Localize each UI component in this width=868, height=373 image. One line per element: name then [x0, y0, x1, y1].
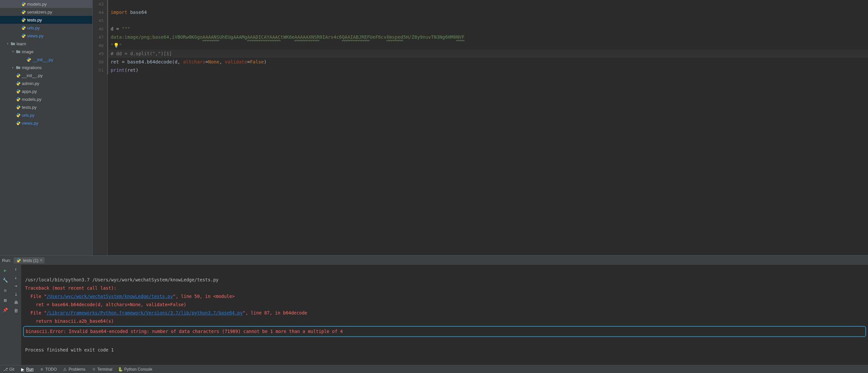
code-editor[interactable]: 434445464748495051 import base64 d = """…	[93, 0, 868, 255]
code-line[interactable]: "💡"	[107, 41, 868, 50]
tree-item-label: apps.py	[22, 89, 37, 94]
svg-point-7	[24, 29, 24, 29]
bottom-tool-bar: ⎇Git▶Run≡TODO⚠Problems⌑Terminal🐍Python C…	[0, 365, 868, 373]
tree-item-models-py[interactable]: models.py	[0, 95, 92, 103]
main-area: models.pyserializers.pytests.pyurls.pyvi…	[0, 0, 868, 255]
error-line: binascii.Error: Invalid base64-encoded s…	[26, 329, 343, 334]
code-line[interactable]: print(ret)	[107, 66, 868, 74]
tree-item-label: __init__.py	[22, 73, 43, 78]
code-line[interactable]	[107, 17, 868, 25]
chevron-down-icon[interactable]	[10, 50, 15, 53]
error-highlight-box: binascii.Error: Invalid base64-encoded s…	[23, 326, 866, 337]
toolwindow-problems[interactable]: ⚠Problems	[63, 367, 86, 372]
console-cmd: /usr/local/bin/python3.7 /Users/wyc/work…	[25, 277, 218, 282]
tree-item-label: urls.py	[22, 113, 34, 118]
run-toolbar-left: ▶ 🔧 ■ ▤ 📌	[0, 265, 10, 365]
code-line[interactable]: # dd = d.split(",")[1]	[107, 50, 868, 58]
tree-item-learn[interactable]: learn	[0, 40, 92, 48]
python-file-icon	[16, 258, 22, 262]
svg-point-3	[24, 13, 24, 13]
close-icon[interactable]: ✕	[40, 258, 43, 262]
toolwindow-python-console[interactable]: 🐍Python Console	[118, 367, 152, 372]
code-line[interactable]: data:image/png;base64,iVBORw0KGgoAAAANSU…	[107, 33, 868, 41]
python-file-icon	[21, 26, 26, 30]
wrench-icon[interactable]: 🔧	[2, 277, 9, 283]
soft-wrap-icon[interactable]: ⇥	[14, 283, 17, 288]
chevron-down-icon[interactable]	[5, 42, 10, 45]
play-icon: ▶	[20, 367, 25, 372]
svg-point-25	[19, 124, 19, 125]
tree-item-tests-py[interactable]: tests.py	[0, 103, 92, 111]
tree-item-label: models.py	[27, 2, 46, 7]
console-output[interactable]: /usr/local/bin/python3.7 /Users/wyc/work…	[21, 265, 868, 365]
tree-item-label: models.py	[22, 97, 41, 102]
trash-icon[interactable]: 🗑	[14, 308, 18, 313]
folder-icon	[15, 65, 21, 70]
run-tab[interactable]: tests (1) ✕	[13, 257, 44, 263]
tree-item-views-py[interactable]: views.py	[0, 32, 92, 40]
code-line[interactable]: ret = base64.b64decode(d, altchars=None,…	[107, 58, 868, 66]
code-line[interactable]	[107, 0, 868, 8]
toolwindow-label: Problems	[69, 367, 86, 372]
svg-point-16	[18, 90, 18, 90]
tree-item-apps-py[interactable]: apps.py	[0, 87, 92, 95]
svg-point-13	[19, 77, 19, 77]
traceback-link-1[interactable]: /Users/wyc/work/wechatSystem/knowLedge/t…	[46, 293, 173, 299]
svg-point-0	[23, 2, 23, 3]
rerun-button[interactable]: ▶	[2, 267, 9, 274]
python-file-icon	[15, 89, 21, 94]
tree-item-admin-py[interactable]: admin.py	[0, 80, 92, 87]
tree-item-__init__-py[interactable]: __init__.py	[0, 56, 92, 63]
svg-point-22	[18, 114, 18, 114]
svg-point-9	[24, 37, 24, 37]
project-tree[interactable]: models.pyserializers.pytests.pyurls.pyvi…	[0, 0, 93, 255]
svg-point-17	[19, 93, 19, 93]
svg-point-10	[28, 58, 28, 58]
stop-button[interactable]: ■	[2, 287, 9, 293]
chevron-right-icon[interactable]	[10, 66, 15, 69]
pin-icon[interactable]: 📌	[2, 307, 9, 313]
line-number: 44	[98, 8, 104, 17]
tree-item-image[interactable]: image	[0, 48, 92, 56]
down-arrow-icon[interactable]: ↓	[14, 275, 17, 280]
folder-icon	[15, 49, 21, 54]
tree-item-urls-py[interactable]: urls.py	[0, 111, 92, 119]
tree-item-serializers-py[interactable]: serializers.py	[0, 8, 92, 16]
tree-item-tests-py[interactable]: tests.py	[0, 16, 92, 24]
code-line[interactable]: import base64	[107, 8, 868, 17]
traceback-frame-1: File "/Users/wyc/work/wechatSystem/knowL…	[25, 293, 235, 299]
python-file-icon	[15, 105, 21, 110]
tree-item-urls-py[interactable]: urls.py	[0, 24, 92, 32]
tree-item-__init__-py[interactable]: __init__.py	[0, 71, 92, 80]
toolwindow-todo[interactable]: ≡TODO	[39, 367, 57, 372]
tree-item-label: learn	[17, 41, 26, 46]
svg-point-8	[23, 34, 23, 34]
svg-point-6	[23, 26, 23, 27]
tree-item-migrations[interactable]: migrations	[0, 63, 92, 71]
up-arrow-icon[interactable]: ↑	[14, 267, 17, 272]
scroll-to-end-icon[interactable]: ⤓	[14, 292, 18, 297]
tree-item-label: __init__.py	[32, 57, 53, 62]
tree-item-views-py[interactable]: views.py	[0, 119, 92, 127]
code-line[interactable]: d = """	[107, 25, 868, 33]
tree-item-label: serializers.py	[27, 9, 52, 14]
toolwindow-label: Python Console	[124, 367, 152, 372]
run-label: Run:	[2, 258, 11, 263]
editor-code-area[interactable]: import base64 d = """data:image/png;base…	[107, 0, 868, 255]
toolwindow-terminal[interactable]: ⌑Terminal	[92, 367, 113, 372]
print-icon[interactable]: 🖶	[14, 300, 18, 305]
layout-icon[interactable]: ▤	[2, 297, 9, 303]
traceback-code-1: ret = base64.b64decode(d, altchars=None,…	[25, 302, 186, 307]
toolwindow-run[interactable]: ▶Run	[20, 367, 33, 372]
svg-point-27	[19, 261, 20, 262]
terminal-icon: ⌑	[92, 367, 96, 372]
traceback-link-2[interactable]: /Library/Frameworks/Python.framework/Ver…	[46, 310, 243, 315]
toolwindow-label: TODO	[45, 367, 57, 372]
tree-item-label: views.py	[27, 33, 43, 38]
tree-item-label: views.py	[22, 121, 38, 126]
python-file-icon	[26, 57, 32, 62]
python-file-icon	[21, 18, 26, 22]
toolwindow-git[interactable]: ⎇Git	[3, 367, 14, 372]
tree-item-models-py[interactable]: models.py	[0, 0, 92, 8]
tree-item-label: tests.py	[22, 105, 37, 110]
